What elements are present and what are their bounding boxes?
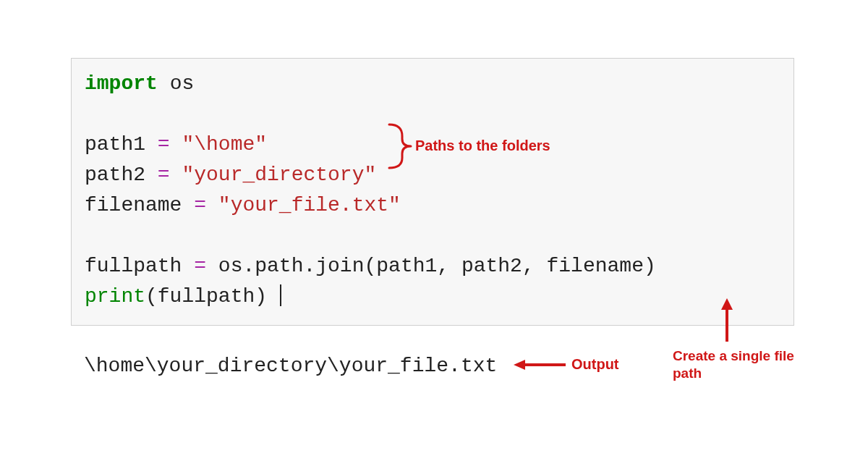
print-args: (fullpath)	[145, 285, 267, 308]
var-path1: path1	[85, 133, 158, 156]
assign-op: =	[194, 255, 218, 277]
annotation-output: Output	[571, 356, 619, 373]
call-ospathjoin: os.path.join(path1, path2, filename)	[218, 255, 656, 277]
annotation-create: Create a single file path	[673, 347, 794, 382]
output-text: \home\your_directory\your_file.txt	[84, 355, 497, 377]
assign-op: =	[158, 133, 182, 156]
builtin-print: print	[85, 285, 145, 308]
code-content: import os path1 = "\home" path2 = "your_…	[85, 69, 780, 312]
var-filename: filename	[85, 194, 194, 216]
var-path2: path2	[85, 164, 158, 186]
code-block: import os path1 = "\home" path2 = "your_…	[71, 58, 794, 326]
annotation-paths: Paths to the folders	[415, 138, 550, 154]
str-home: "\home"	[182, 133, 267, 156]
assign-op: =	[194, 194, 218, 216]
text-cursor	[280, 284, 281, 306]
str-yourfile: "your_file.txt"	[218, 194, 401, 216]
arrow-left-icon	[514, 360, 566, 370]
assign-op: =	[158, 164, 182, 186]
import-keyword: import	[85, 72, 158, 95]
var-fullpath: fullpath	[85, 255, 194, 277]
module-os: os	[158, 72, 194, 95]
svg-marker-3	[514, 360, 525, 370]
str-yourdir: "your_directory"	[182, 164, 376, 186]
